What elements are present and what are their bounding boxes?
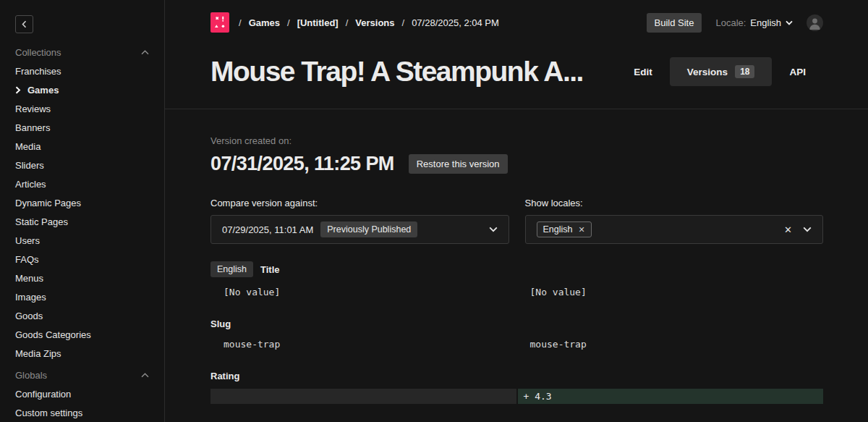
sidebar-item-custom-settings[interactable]: Custom settings [0, 403, 164, 422]
show-locales-field: Show locales: English ✕ ✕ [525, 198, 824, 244]
compare-version-field: Compare version against: 07/29/2025, 11:… [210, 198, 509, 244]
breadcrumb-untitled[interactable]: [Untitled] [297, 17, 339, 28]
diff-field-slug-label: Slug [210, 318, 823, 329]
sidebar-nav: Collections Franchises Games Reviews Ban… [0, 43, 164, 422]
sidebar-item-franchises[interactable]: Franchises [0, 62, 164, 80]
tab-api[interactable]: API [772, 67, 823, 77]
sidebar-item-static-pages[interactable]: Static Pages [0, 212, 164, 231]
main-area: / Games / [Untitled] / Versions / 07/28/… [165, 0, 868, 422]
page-title: Mouse Trap! A Steampunk A... [210, 56, 583, 88]
topbar-actions: Build Site Locale: English [647, 13, 823, 33]
app-logo-icon[interactable] [210, 12, 229, 33]
breadcrumb-separator: / [402, 17, 405, 28]
created-on-value: 07/31/2025, 11:25 PM [210, 153, 394, 175]
tab-versions-label: Versions [687, 67, 728, 77]
sidebar-item-configuration[interactable]: Configuration [0, 384, 164, 403]
breadcrumb-separator: / [239, 17, 242, 28]
compare-version-select[interactable]: 07/29/2025, 11:01 AM Previously Publishe… [210, 215, 509, 244]
breadcrumb-games[interactable]: Games [249, 17, 280, 28]
compare-version-label: Compare version against: [210, 198, 509, 208]
document-tabs: Edit Versions 18 API [616, 57, 823, 86]
chevron-down-icon [489, 227, 498, 232]
breadcrumb-current-version: 07/28/2025, 2:04 PM [412, 17, 499, 28]
sidebar-collapse-button[interactable] [15, 15, 33, 33]
sidebar-item-articles[interactable]: Articles [0, 174, 164, 193]
versions-count-badge: 18 [735, 65, 754, 78]
app-window: Collections Franchises Games Reviews Ban… [0, 0, 868, 422]
sidebar-item-faqs[interactable]: FAQs [0, 250, 164, 269]
sidebar-item-dynamic-pages[interactable]: Dynamic Pages [0, 193, 164, 212]
sidebar-item-menus[interactable]: Menus [0, 269, 164, 287]
sidebar-item-images[interactable]: Images [0, 287, 164, 306]
version-view: Version created on: 07/31/2025, 11:25 PM… [165, 109, 868, 422]
breadcrumb-versions[interactable]: Versions [355, 17, 394, 28]
sidebar-item-media-zips[interactable]: Media Zips [0, 344, 164, 363]
previously-published-badge: Previously Published [320, 221, 417, 237]
document-header: Mouse Trap! A Steampunk A... Edit Versio… [165, 45, 868, 109]
diff-slug-new: mouse-trap [525, 339, 824, 350]
breadcrumb: / Games / [Untitled] / Versions / 07/28/… [210, 12, 499, 33]
sidebar-item-goods[interactable]: Goods [0, 306, 164, 325]
show-locales-label: Show locales: [525, 198, 824, 208]
chevron-right-icon [15, 86, 21, 94]
created-on-label: Version created on: [210, 135, 823, 146]
sidebar-item-label: Games [27, 85, 59, 96]
diff-locale-pill: English [210, 261, 253, 277]
tab-versions[interactable]: Versions 18 [670, 57, 773, 86]
sidebar-item-users[interactable]: Users [0, 231, 164, 250]
diff-title-old: [No value] [210, 287, 509, 297]
diff-rating-old-bar [210, 389, 516, 404]
sidebar-item-reviews[interactable]: Reviews [0, 99, 164, 118]
chevron-down-icon [786, 20, 793, 25]
sidebar-group-label: Collections [15, 47, 61, 58]
remove-locale-icon[interactable]: ✕ [579, 225, 585, 235]
show-locales-select[interactable]: English ✕ ✕ [525, 215, 824, 244]
build-site-button[interactable]: Build Site [647, 13, 702, 33]
tab-edit[interactable]: Edit [616, 67, 670, 77]
locale-chip-label: English [543, 224, 573, 235]
chevron-down-icon [803, 227, 812, 232]
sidebar-item-banners[interactable]: Banners [0, 118, 164, 137]
chevron-left-icon [22, 20, 27, 28]
locale-selector[interactable]: Locale: English [715, 17, 793, 28]
diff-title-values: [No value] [No value] [210, 287, 823, 297]
sidebar-group-label: Globals [15, 370, 47, 381]
restore-version-button[interactable]: Restore this version [409, 154, 508, 174]
sidebar-item-goods-categories[interactable]: Goods Categories [0, 325, 164, 344]
sidebar-item-media[interactable]: Media [0, 137, 164, 156]
chevron-up-icon [141, 50, 149, 55]
top-bar: / Games / [Untitled] / Versions / 07/28/… [165, 0, 868, 45]
locale-chip: English ✕ [537, 221, 592, 237]
diff-field-rating-label: Rating [210, 371, 823, 381]
locale-label: Locale: [715, 17, 746, 28]
diff-rating-new-bar: + 4.3 [518, 389, 824, 404]
diff-slug-values: mouse-trap mouse-trap [210, 339, 823, 350]
breadcrumb-separator: / [346, 17, 349, 28]
diff-rating-values: + 4.3 [210, 389, 823, 404]
user-icon [807, 14, 823, 31]
sidebar-group-collections[interactable]: Collections [0, 43, 164, 62]
diff-title-new: [No value] [525, 287, 824, 297]
locale-value: English [750, 17, 781, 28]
chevron-up-icon [141, 373, 149, 378]
diff-field-title-label: Title [260, 264, 280, 275]
sidebar-item-sliders[interactable]: Sliders [0, 156, 164, 174]
breadcrumb-separator: / [287, 17, 290, 28]
sidebar: Collections Franchises Games Reviews Ban… [0, 0, 165, 422]
compare-version-value: 07/29/2025, 11:01 AM [222, 224, 313, 235]
clear-locales-icon[interactable]: ✕ [784, 224, 792, 235]
diff-rating-added-value: + 4.3 [518, 391, 552, 402]
avatar[interactable] [807, 14, 823, 31]
diff-slug-old: mouse-trap [210, 339, 509, 350]
sidebar-group-globals[interactable]: Globals [0, 366, 164, 384]
sidebar-item-games[interactable]: Games [0, 80, 164, 99]
